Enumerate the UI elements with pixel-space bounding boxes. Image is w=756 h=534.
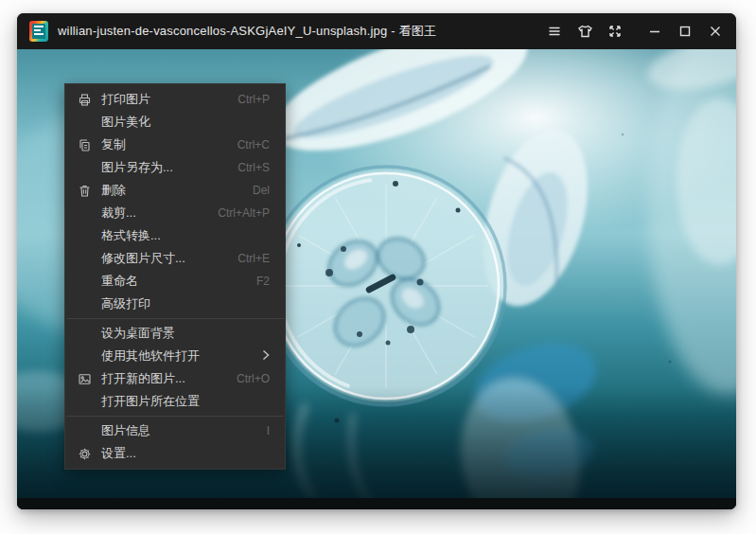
context-menu: 打印图片 Ctrl+P 图片美化 复制 Ctrl+C 图片另存为... Ctrl… (64, 83, 286, 470)
menu-item-label: 图片美化 (101, 114, 258, 131)
printer-icon (77, 92, 92, 107)
menu-item-crop[interactable]: 裁剪... Ctrl+Alt+P (65, 202, 285, 224)
menu-item-delete[interactable]: 删除 Del (65, 179, 285, 202)
menu-item-copy[interactable]: 复制 Ctrl+C (65, 134, 285, 156)
app-window: willian-justen-de-vasconcellos-ASKGjAeIY… (17, 13, 736, 509)
menu-item-label: 格式转换... (101, 227, 258, 244)
menu-item-label: 打开图片所在位置 (101, 393, 258, 410)
menu-item-shortcut: I (267, 424, 270, 437)
copy-icon (77, 137, 92, 152)
menu-item-label: 重命名 (101, 273, 245, 290)
menu-item-label: 打开新的图片... (101, 370, 225, 387)
menu-item-print-image[interactable]: 打印图片 Ctrl+P (65, 88, 285, 111)
minimize-icon[interactable] (640, 17, 670, 45)
app-logo-icon[interactable] (29, 21, 48, 42)
menu-icon[interactable] (539, 17, 570, 45)
menu-item-label: 设置... (101, 445, 258, 462)
menu-item-label: 复制 (101, 136, 226, 153)
menu-separator (66, 416, 284, 417)
menu-item-shortcut: Ctrl+E (237, 252, 270, 265)
window-title: willian-justen-de-vasconcellos-ASKGjAeIY… (58, 23, 539, 40)
menu-separator (66, 318, 284, 319)
fullscreen-icon[interactable] (600, 17, 630, 45)
menu-item-settings[interactable]: 设置... (65, 442, 285, 465)
skin-icon[interactable] (570, 17, 600, 45)
menu-item-label: 删除 (101, 182, 241, 199)
menu-item-label: 裁剪... (101, 205, 206, 222)
menu-item-open-with[interactable]: 使用其他软件打开 (65, 345, 285, 367)
menu-item-label: 图片信息 (101, 422, 255, 439)
menu-item-beautify-image[interactable]: 图片美化 (65, 111, 285, 134)
menu-item-shortcut: Ctrl+C (237, 138, 270, 151)
menu-item-open-new-image[interactable]: 打开新的图片... Ctrl+O (65, 367, 285, 390)
trash-icon (77, 183, 92, 198)
menu-item-label: 修改图片尺寸... (101, 250, 226, 267)
menu-item-resize-image[interactable]: 修改图片尺寸... Ctrl+E (65, 247, 285, 270)
menu-item-label: 设为桌面背景 (101, 325, 258, 342)
image-icon (77, 371, 92, 386)
menu-item-save-image-as[interactable]: 图片另存为... Ctrl+S (65, 156, 285, 179)
menu-item-shortcut: Ctrl+S (237, 161, 270, 174)
menu-item-label: 高级打印 (101, 295, 258, 312)
menu-item-set-wallpaper[interactable]: 设为桌面背景 (65, 322, 285, 345)
menu-item-rename[interactable]: 重命名 F2 (65, 270, 285, 293)
menu-item-label: 打印图片 (101, 91, 226, 108)
gear-icon (77, 446, 92, 461)
menu-item-shortcut: Ctrl+P (237, 93, 270, 106)
menu-item-shortcut: Ctrl+Alt+P (218, 206, 270, 220)
maximize-icon[interactable] (670, 17, 700, 45)
menu-item-open-file-location[interactable]: 打开图片所在位置 (65, 390, 285, 413)
menu-item-image-info[interactable]: 图片信息 I (65, 419, 285, 442)
menu-item-shortcut: Ctrl+O (237, 372, 270, 385)
menu-item-shortcut: F2 (256, 275, 270, 288)
menu-item-shortcut: Del (253, 184, 270, 197)
titlebar[interactable]: willian-justen-de-vasconcellos-ASKGjAeIY… (17, 13, 736, 49)
menu-item-label: 图片另存为... (101, 159, 226, 176)
desktop-stage: willian-justen-de-vasconcellos-ASKGjAeIY… (0, 0, 756, 534)
menu-item-format-convert[interactable]: 格式转换... (65, 224, 285, 247)
submenu-arrow-icon (262, 347, 270, 365)
close-icon[interactable] (700, 17, 730, 45)
menu-item-advanced-print[interactable]: 高级打印 (65, 293, 285, 315)
menu-item-label: 使用其他软件打开 (101, 347, 239, 365)
